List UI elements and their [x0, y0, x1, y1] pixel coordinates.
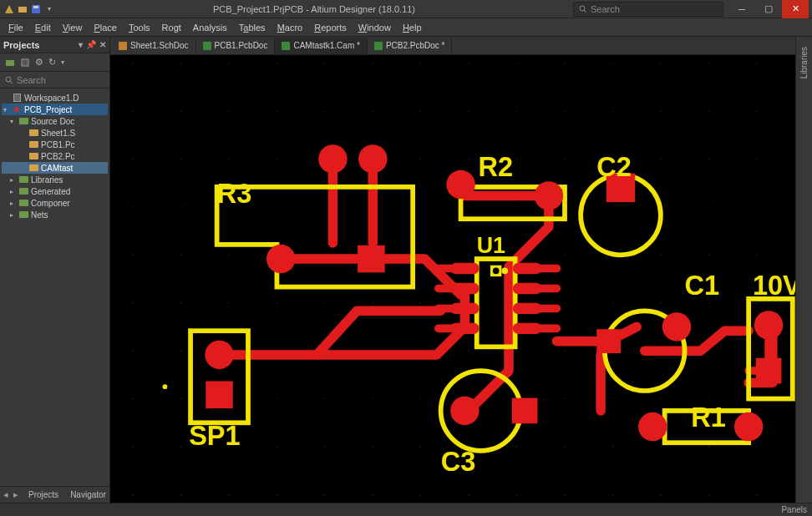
- titlebar-search[interactable]: Search: [573, 2, 723, 17]
- svg-point-132: [708, 159, 709, 159]
- menu-analysis[interactable]: Analysis: [188, 21, 232, 34]
- open-icon[interactable]: [17, 3, 28, 15]
- doc-tab-icon: [374, 42, 383, 50]
- svg-point-121: [660, 110, 661, 111]
- menu-file[interactable]: File: [3, 21, 28, 34]
- menu-window[interactable]: Window: [353, 21, 396, 34]
- svg-point-21: [180, 110, 181, 111]
- tree-node-sheet1-s[interactable]: Sheet1.S: [2, 127, 108, 139]
- svg-point-49: [277, 494, 277, 495]
- svg-point-70: [420, 63, 421, 63]
- svg-point-143: [756, 206, 757, 207]
- projects-search[interactable]: Search: [0, 72, 109, 89]
- svg-point-47: [277, 398, 277, 399]
- tree-item-icon: [18, 175, 28, 184]
- doc-tab-sheet1-schdoc[interactable]: Sheet1.SchDoc: [112, 38, 196, 54]
- panel-pin-icon[interactable]: 📌: [86, 40, 96, 49]
- svg-point-82: [468, 159, 469, 159]
- tree-toggle-icon[interactable]: ▸: [10, 188, 17, 195]
- projects-panel-header: Projects ▾ 📌 ✕: [0, 37, 109, 53]
- search-placeholder: Search: [591, 4, 620, 14]
- trace: [645, 331, 749, 351]
- svg-rect-1: [18, 7, 27, 13]
- doc-tab-label: PCB2.PcbDoc *: [386, 41, 445, 50]
- svg-point-137: [708, 398, 709, 399]
- menu-tools[interactable]: Tools: [124, 21, 155, 34]
- menu-edit[interactable]: Edit: [30, 21, 56, 34]
- panel-close-icon[interactable]: ✕: [99, 40, 106, 49]
- svg-point-129: [660, 494, 661, 495]
- svg-point-58: [324, 446, 325, 447]
- doc-tab-camtastk1-cam--[interactable]: CAMtastk1.Cam *: [275, 38, 367, 54]
- svg-point-67: [373, 398, 373, 399]
- silk-label-U1: U1: [477, 233, 505, 258]
- tree-toggle-icon[interactable]: ▾: [10, 118, 17, 125]
- doc-tab-pcb2-pcbdoc--[interactable]: PCB2.PcbDoc *: [368, 38, 453, 54]
- svg-point-92: [516, 159, 517, 159]
- menu-place[interactable]: Place: [89, 21, 122, 34]
- silk-label-C2: C2: [596, 152, 632, 182]
- tree-node-pcb-project[interactable]: ▾PCB_Project: [2, 104, 108, 115]
- status-bar: Panels: [0, 503, 812, 516]
- tree-node-pcb1-pc[interactable]: PCB1.Pc: [2, 139, 108, 150]
- tree-node-generated[interactable]: ▸Generated: [2, 185, 108, 197]
- svg-point-100: [564, 63, 565, 63]
- doc-tab-pcb1-pcbdoc[interactable]: PCB1.PcbDoc: [196, 38, 276, 54]
- dropdown-icon[interactable]: ▾: [43, 3, 55, 15]
- pcb-canvas[interactable]: R3SP1R2C2U1C110VR1C3: [110, 55, 795, 503]
- projects-toolbar: ⚙ ↻ ▾: [0, 53, 109, 72]
- toolbar-gear-icon[interactable]: ⚙: [35, 57, 43, 68]
- svg-point-75: [420, 302, 421, 303]
- tree-node-source-doc[interactable]: ▾Source Doc: [2, 115, 108, 127]
- svg-point-83: [468, 206, 469, 207]
- tab-scroll-right-icon[interactable]: ▸: [13, 489, 18, 500]
- tree-node-libraries[interactable]: ▸Libraries: [2, 174, 108, 185]
- close-button[interactable]: ✕: [782, 0, 809, 18]
- tree-node-camtast[interactable]: CAMtast: [2, 162, 108, 174]
- svg-point-32: [228, 159, 229, 159]
- menu-help[interactable]: Help: [398, 21, 427, 34]
- menu-rogt[interactable]: Rogt: [157, 21, 186, 34]
- toolbar-dropdown-icon[interactable]: ▾: [61, 58, 64, 66]
- right-rail-tab-libraries[interactable]: Libraries: [798, 43, 810, 82]
- svg-point-111: [612, 110, 613, 111]
- menu-tables[interactable]: Tables: [234, 21, 271, 34]
- toolbar-home-icon[interactable]: [5, 58, 15, 68]
- tree-toggle-icon[interactable]: ▸: [10, 176, 17, 184]
- projects-panel-title: Projects: [3, 40, 39, 50]
- maximize-button[interactable]: ▢: [755, 0, 782, 18]
- search-icon: [5, 76, 13, 84]
- title-bar: ▾ PCB_Project1.PrjPCB - Altium Designer …: [0, 0, 812, 18]
- toolbar-add-icon[interactable]: [20, 58, 30, 68]
- svg-point-42: [277, 159, 277, 159]
- svg-point-146: [756, 350, 757, 351]
- projects-tree[interactable]: Workspace1.D▾PCB_Project▾Source DocSheet…: [0, 89, 109, 486]
- menu-view[interactable]: View: [58, 21, 88, 34]
- save-icon[interactable]: [30, 3, 42, 15]
- tree-item-label: PCB2.Pc: [41, 152, 75, 161]
- menu-reports[interactable]: Reports: [309, 21, 352, 34]
- svg-point-105: [564, 302, 565, 303]
- tree-node-nets[interactable]: ▸Nets: [2, 209, 108, 220]
- panel-menu-icon[interactable]: ▾: [79, 40, 83, 49]
- svg-point-133: [708, 206, 709, 207]
- smd-pad: [450, 263, 479, 274]
- panel-tab-projects[interactable]: Projects: [23, 488, 63, 501]
- svg-point-107: [564, 398, 565, 399]
- tab-scroll-left-icon[interactable]: ◂: [3, 489, 8, 500]
- panel-tab-navigator[interactable]: Navigator: [65, 488, 111, 501]
- tree-node-workspace1-d[interactable]: Workspace1.D: [2, 92, 108, 104]
- tree-toggle-icon[interactable]: ▸: [10, 200, 17, 207]
- tree-toggle-icon[interactable]: ▾: [3, 106, 10, 114]
- menu-macro[interactable]: Macro: [272, 21, 308, 34]
- minimize-button[interactable]: ─: [728, 0, 755, 18]
- window-title: PCB_Project1.PrjPCB - Altium Designer (1…: [55, 4, 573, 14]
- tree-node-componer[interactable]: ▸Componer: [2, 197, 108, 209]
- tree-toggle-icon[interactable]: ▸: [10, 211, 17, 219]
- svg-point-10: [132, 63, 133, 63]
- status-panels[interactable]: Panels: [781, 505, 812, 514]
- tree-node-pcb2-pc[interactable]: PCB2.Pc: [2, 150, 108, 162]
- svg-point-31: [228, 110, 229, 111]
- pad: [450, 397, 479, 425]
- toolbar-refresh-icon[interactable]: ↻: [48, 57, 56, 68]
